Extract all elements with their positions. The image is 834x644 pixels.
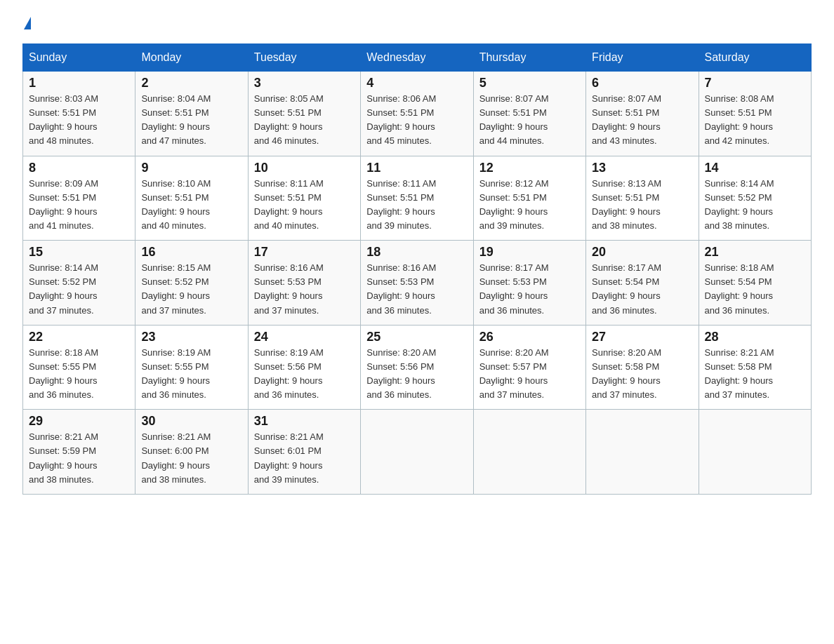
day-info: Sunrise: 8:11 AMSunset: 5:51 PMDaylight:… [366, 177, 467, 234]
day-info: Sunrise: 8:14 AMSunset: 5:52 PMDaylight:… [705, 177, 805, 234]
day-info: Sunrise: 8:07 AMSunset: 5:51 PMDaylight:… [479, 92, 580, 149]
calendar-week-row: 15 Sunrise: 8:14 AMSunset: 5:52 PMDaylig… [23, 241, 812, 326]
calendar-cell: 21 Sunrise: 8:18 AMSunset: 5:54 PMDaylig… [699, 241, 811, 326]
calendar-cell [473, 410, 585, 495]
day-number: 22 [29, 330, 129, 344]
day-number: 11 [366, 161, 467, 175]
calendar-cell: 11 Sunrise: 8:11 AMSunset: 5:51 PMDaylig… [361, 156, 473, 241]
day-info: Sunrise: 8:13 AMSunset: 5:51 PMDaylight:… [592, 177, 692, 234]
header-tuesday: Tuesday [248, 44, 360, 72]
day-number: 4 [366, 76, 467, 90]
day-info: Sunrise: 8:12 AMSunset: 5:51 PMDaylight:… [479, 177, 580, 234]
day-number: 15 [29, 245, 129, 260]
calendar-cell [361, 410, 473, 495]
day-info: Sunrise: 8:06 AMSunset: 5:51 PMDaylight:… [366, 92, 467, 149]
day-number: 21 [705, 245, 805, 260]
day-info: Sunrise: 8:21 AMSunset: 6:00 PMDaylight:… [141, 430, 241, 487]
calendar-cell [699, 410, 811, 495]
day-number: 1 [29, 76, 129, 90]
day-info: Sunrise: 8:16 AMSunset: 5:53 PMDaylight:… [366, 261, 467, 318]
day-info: Sunrise: 8:20 AMSunset: 5:58 PMDaylight:… [592, 346, 692, 403]
calendar-cell: 16 Sunrise: 8:15 AMSunset: 5:52 PMDaylig… [135, 241, 248, 326]
day-number: 9 [141, 161, 241, 175]
calendar-cell: 22 Sunrise: 8:18 AMSunset: 5:55 PMDaylig… [23, 325, 135, 410]
day-number: 26 [479, 330, 580, 344]
day-number: 7 [705, 76, 805, 90]
calendar-cell: 4 Sunrise: 8:06 AMSunset: 5:51 PMDayligh… [361, 72, 473, 156]
calendar-cell: 19 Sunrise: 8:17 AMSunset: 5:53 PMDaylig… [473, 241, 585, 326]
calendar-cell: 26 Sunrise: 8:20 AMSunset: 5:57 PMDaylig… [473, 325, 585, 410]
calendar-cell: 15 Sunrise: 8:14 AMSunset: 5:52 PMDaylig… [23, 241, 135, 326]
day-number: 3 [254, 76, 355, 90]
calendar-cell: 31 Sunrise: 8:21 AMSunset: 6:01 PMDaylig… [248, 410, 360, 495]
day-number: 27 [592, 330, 692, 344]
day-info: Sunrise: 8:19 AMSunset: 5:56 PMDaylight:… [254, 346, 355, 403]
calendar-cell: 20 Sunrise: 8:17 AMSunset: 5:54 PMDaylig… [586, 241, 699, 326]
day-info: Sunrise: 8:19 AMSunset: 5:55 PMDaylight:… [141, 346, 241, 403]
calendar-week-row: 8 Sunrise: 8:09 AMSunset: 5:51 PMDayligh… [23, 156, 812, 241]
calendar-cell: 13 Sunrise: 8:13 AMSunset: 5:51 PMDaylig… [586, 156, 699, 241]
calendar-cell [586, 410, 699, 495]
day-number: 2 [141, 76, 241, 90]
day-info: Sunrise: 8:17 AMSunset: 5:53 PMDaylight:… [479, 261, 580, 318]
day-info: Sunrise: 8:17 AMSunset: 5:54 PMDaylight:… [592, 261, 692, 318]
calendar-cell: 2 Sunrise: 8:04 AMSunset: 5:51 PMDayligh… [135, 72, 248, 156]
calendar-header-row: SundayMondayTuesdayWednesdayThursdayFrid… [23, 44, 812, 72]
calendar-week-row: 29 Sunrise: 8:21 AMSunset: 5:59 PMDaylig… [23, 410, 812, 495]
day-info: Sunrise: 8:15 AMSunset: 5:52 PMDaylight:… [141, 261, 241, 318]
calendar-cell: 28 Sunrise: 8:21 AMSunset: 5:58 PMDaylig… [699, 325, 811, 410]
calendar-cell: 9 Sunrise: 8:10 AMSunset: 5:51 PMDayligh… [135, 156, 248, 241]
calendar-cell: 17 Sunrise: 8:16 AMSunset: 5:53 PMDaylig… [248, 241, 360, 326]
calendar-cell: 12 Sunrise: 8:12 AMSunset: 5:51 PMDaylig… [473, 156, 585, 241]
day-number: 13 [592, 161, 692, 175]
day-info: Sunrise: 8:18 AMSunset: 5:55 PMDaylight:… [29, 346, 129, 403]
calendar-cell: 3 Sunrise: 8:05 AMSunset: 5:51 PMDayligh… [248, 72, 360, 156]
day-info: Sunrise: 8:16 AMSunset: 5:53 PMDaylight:… [254, 261, 355, 318]
day-number: 8 [29, 161, 129, 175]
day-info: Sunrise: 8:11 AMSunset: 5:51 PMDaylight:… [254, 177, 355, 234]
day-number: 6 [592, 76, 692, 90]
calendar-cell: 18 Sunrise: 8:16 AMSunset: 5:53 PMDaylig… [361, 241, 473, 326]
day-number: 23 [141, 330, 241, 344]
day-info: Sunrise: 8:21 AMSunset: 5:59 PMDaylight:… [29, 430, 129, 487]
day-number: 17 [254, 245, 355, 260]
day-number: 28 [705, 330, 805, 344]
day-info: Sunrise: 8:05 AMSunset: 5:51 PMDaylight:… [254, 92, 355, 149]
calendar-cell: 23 Sunrise: 8:19 AMSunset: 5:55 PMDaylig… [135, 325, 248, 410]
day-number: 10 [254, 161, 355, 175]
header-wednesday: Wednesday [361, 44, 473, 72]
calendar-cell: 10 Sunrise: 8:11 AMSunset: 5:51 PMDaylig… [248, 156, 360, 241]
header-monday: Monday [135, 44, 248, 72]
day-info: Sunrise: 8:21 AMSunset: 5:58 PMDaylight:… [705, 346, 805, 403]
day-info: Sunrise: 8:21 AMSunset: 6:01 PMDaylight:… [254, 430, 355, 487]
day-number: 19 [479, 245, 580, 260]
header-saturday: Saturday [699, 44, 811, 72]
day-number: 30 [141, 414, 241, 429]
calendar-cell: 24 Sunrise: 8:19 AMSunset: 5:56 PMDaylig… [248, 325, 360, 410]
logo-triangle-icon [24, 17, 31, 29]
calendar-table: SundayMondayTuesdayWednesdayThursdayFrid… [22, 43, 812, 495]
calendar-week-row: 1 Sunrise: 8:03 AMSunset: 5:51 PMDayligh… [23, 72, 812, 156]
day-number: 14 [705, 161, 805, 175]
day-number: 5 [479, 76, 580, 90]
calendar-cell: 29 Sunrise: 8:21 AMSunset: 5:59 PMDaylig… [23, 410, 135, 495]
header-friday: Friday [586, 44, 699, 72]
day-info: Sunrise: 8:10 AMSunset: 5:51 PMDaylight:… [141, 177, 241, 234]
day-number: 29 [29, 414, 129, 429]
day-number: 24 [254, 330, 355, 344]
calendar-cell: 8 Sunrise: 8:09 AMSunset: 5:51 PMDayligh… [23, 156, 135, 241]
calendar-cell: 25 Sunrise: 8:20 AMSunset: 5:56 PMDaylig… [361, 325, 473, 410]
day-number: 12 [479, 161, 580, 175]
page-header [22, 17, 812, 29]
day-number: 20 [592, 245, 692, 260]
day-info: Sunrise: 8:08 AMSunset: 5:51 PMDaylight:… [705, 92, 805, 149]
header-thursday: Thursday [473, 44, 585, 72]
day-info: Sunrise: 8:04 AMSunset: 5:51 PMDaylight:… [141, 92, 241, 149]
day-info: Sunrise: 8:09 AMSunset: 5:51 PMDaylight:… [29, 177, 129, 234]
calendar-cell: 7 Sunrise: 8:08 AMSunset: 5:51 PMDayligh… [699, 72, 811, 156]
day-info: Sunrise: 8:20 AMSunset: 5:57 PMDaylight:… [479, 346, 580, 403]
day-info: Sunrise: 8:20 AMSunset: 5:56 PMDaylight:… [366, 346, 467, 403]
calendar-cell: 5 Sunrise: 8:07 AMSunset: 5:51 PMDayligh… [473, 72, 585, 156]
day-number: 18 [366, 245, 467, 260]
day-info: Sunrise: 8:14 AMSunset: 5:52 PMDaylight:… [29, 261, 129, 318]
